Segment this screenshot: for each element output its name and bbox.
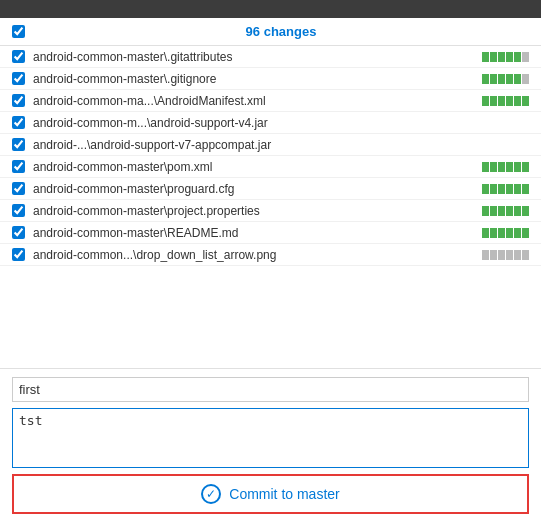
file-checkbox[interactable] (12, 94, 25, 107)
diff-bar (482, 52, 489, 62)
diff-bar (490, 206, 497, 216)
diff-bar (482, 96, 489, 106)
diff-bar (506, 162, 513, 172)
file-checkbox[interactable] (12, 50, 25, 63)
file-item[interactable]: android-common-master\.gitattributes (0, 46, 541, 68)
file-checkbox[interactable] (12, 72, 25, 85)
file-item[interactable]: android-common-master\README.md (0, 222, 541, 244)
file-name: android-common-master\README.md (33, 226, 478, 240)
file-name: android-common-master\.gitignore (33, 72, 478, 86)
diff-bar (514, 184, 521, 194)
diff-bar (506, 96, 513, 106)
diff-bar (522, 184, 529, 194)
file-checkbox[interactable] (12, 226, 25, 239)
file-item[interactable]: android-common-master\.gitignore (0, 68, 541, 90)
file-checkbox[interactable] (12, 204, 25, 217)
file-checkbox[interactable] (12, 182, 25, 195)
diff-bar (498, 250, 505, 260)
diff-bar (522, 228, 529, 238)
diff-bar (490, 228, 497, 238)
file-item[interactable]: android-common-master\project.properties (0, 200, 541, 222)
diff-bar (522, 162, 529, 172)
file-checkbox[interactable] (12, 138, 25, 151)
diff-bar (482, 250, 489, 260)
changes-header: 96 changes (0, 18, 541, 46)
file-item[interactable]: android-...\android-support-v7-appcompat… (0, 134, 541, 156)
file-diff-bars (482, 206, 529, 216)
file-item[interactable]: android-common-m...\android-support-v4.j… (0, 112, 541, 134)
file-item[interactable]: android-common...\drop_down_list_arrow.p… (0, 244, 541, 266)
diff-bar (482, 184, 489, 194)
diff-bar (482, 228, 489, 238)
diff-bar (522, 96, 529, 106)
file-checkbox[interactable] (12, 160, 25, 173)
diff-bar (482, 74, 489, 84)
diff-bar (522, 250, 529, 260)
commit-message-input[interactable] (12, 377, 529, 402)
file-diff-bars (482, 228, 529, 238)
main-container: 96 changes android-common-master\.gitatt… (0, 18, 541, 522)
diff-bar (498, 228, 505, 238)
diff-bar (514, 74, 521, 84)
changes-count: 96 changes (33, 24, 529, 39)
diff-bar (490, 162, 497, 172)
diff-bar (490, 52, 497, 62)
file-diff-bars (482, 250, 529, 260)
file-diff-bars (482, 96, 529, 106)
commit-button-container: ✓ Commit to master (12, 474, 529, 514)
file-name: android-common-master\project.properties (33, 204, 478, 218)
diff-bar (482, 162, 489, 172)
diff-bar (490, 96, 497, 106)
diff-bar (498, 162, 505, 172)
diff-bar (498, 206, 505, 216)
diff-bar (506, 228, 513, 238)
diff-bar (506, 184, 513, 194)
diff-bar (522, 52, 529, 62)
file-checkbox[interactable] (12, 116, 25, 129)
diff-bar (506, 74, 513, 84)
diff-bar (498, 184, 505, 194)
diff-bar (490, 184, 497, 194)
commit-button-label: Commit to master (229, 486, 339, 502)
file-diff-bars (482, 184, 529, 194)
file-name: android-common...\drop_down_list_arrow.p… (33, 248, 478, 262)
bottom-section: ✓ Commit to master (0, 369, 541, 522)
diff-bar (490, 74, 497, 84)
file-list: android-common-master\.gitattributesandr… (0, 46, 541, 369)
file-name: android-common-master\proguard.cfg (33, 182, 478, 196)
title-bar (0, 0, 541, 18)
diff-bar (522, 74, 529, 84)
commit-to-master-button[interactable]: ✓ Commit to master (14, 476, 527, 512)
file-diff-bars (482, 162, 529, 172)
file-checkbox[interactable] (12, 248, 25, 261)
file-diff-bars (482, 74, 529, 84)
diff-bar (514, 228, 521, 238)
diff-bar (514, 250, 521, 260)
commit-description-textarea[interactable] (12, 408, 529, 468)
file-name: android-common-ma...\AndroidManifest.xml (33, 94, 478, 108)
diff-bar (514, 96, 521, 106)
file-item[interactable]: android-common-master\proguard.cfg (0, 178, 541, 200)
diff-bar (506, 250, 513, 260)
file-diff-bars (482, 52, 529, 62)
file-name: android-common-master\pom.xml (33, 160, 478, 174)
checkmark-circle-icon: ✓ (201, 484, 221, 504)
diff-bar (490, 250, 497, 260)
file-item[interactable]: android-common-ma...\AndroidManifest.xml (0, 90, 541, 112)
diff-bar (514, 206, 521, 216)
diff-bar (498, 96, 505, 106)
file-name: android-common-master\.gitattributes (33, 50, 478, 64)
diff-bar (506, 206, 513, 216)
diff-bar (514, 52, 521, 62)
file-name: android-...\android-support-v7-appcompat… (33, 138, 525, 152)
diff-bar (498, 74, 505, 84)
diff-bar (522, 206, 529, 216)
file-name: android-common-m...\android-support-v4.j… (33, 116, 525, 130)
file-item[interactable]: android-common-master\pom.xml (0, 156, 541, 178)
select-all-checkbox[interactable] (12, 25, 25, 38)
diff-bar (506, 52, 513, 62)
diff-bar (514, 162, 521, 172)
diff-bar (498, 52, 505, 62)
diff-bar (482, 206, 489, 216)
